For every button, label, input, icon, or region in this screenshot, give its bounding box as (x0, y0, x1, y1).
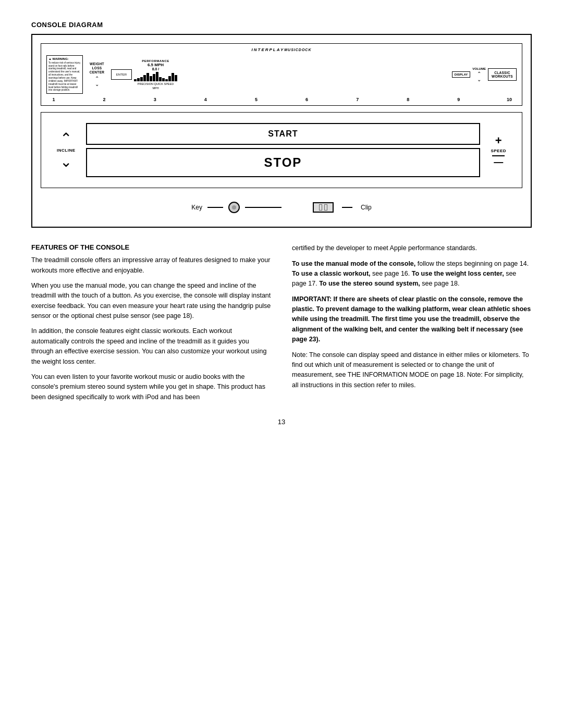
volume-down-arrow[interactable]: ⌄ (477, 77, 481, 82)
number-7: 7 (352, 97, 363, 102)
performance-display: PERFORMANCE 6.5 MPH 8.0 / (134, 59, 177, 90)
connector-line (245, 207, 282, 208)
clip-connector (313, 202, 334, 213)
paragraph-7: IMPORTANT: If there are sheets of clear … (292, 294, 532, 345)
paragraph-6: To use the manual mode of the console, f… (292, 259, 532, 289)
speed-plus-icon[interactable]: + (495, 135, 502, 146)
number-4: 4 (200, 97, 211, 102)
paragraph-8: Note: The console can display speed and … (292, 350, 532, 391)
paragraph-5: certified by the developer to meet Apple… (292, 243, 532, 253)
performance-bars (134, 71, 177, 81)
incline-control[interactable]: ⌃ INCLINE ⌄ (57, 131, 76, 169)
key-label: Key (191, 204, 202, 211)
incline-up-arrow[interactable]: ⌃ (60, 131, 72, 146)
speed-control[interactable]: + SPEED — (491, 135, 506, 166)
weight-loss-down-arrow[interactable]: ⌄ (95, 82, 99, 87)
start-stop-panel: START STOP (86, 123, 481, 177)
paragraph-2: When you use the manual mode, you can ch… (31, 281, 271, 322)
number-3: 3 (150, 97, 160, 102)
paragraph-4: You can even listen to your favorite wor… (31, 372, 271, 402)
speed-minus-icon[interactable]: — (492, 155, 505, 166)
page-number: 13 (31, 418, 532, 426)
key-circle (228, 202, 240, 213)
clip-label: Clip (361, 204, 372, 211)
paragraph-1: The treadmill console offers an impressi… (31, 255, 271, 276)
middle-panel: ⌃ INCLINE ⌄ START STOP + SPEED — (41, 112, 522, 188)
clip-dash (342, 207, 352, 208)
key-dash (207, 207, 223, 208)
display-button[interactable]: DISPLAY (452, 71, 470, 78)
enter-button[interactable]: ENTER (111, 69, 132, 80)
right-column: certified by the developer to meet Apple… (292, 243, 532, 408)
section-title: CONSOLE DIAGRAM (31, 21, 532, 29)
number-8: 8 (403, 97, 413, 102)
features-title: FEATURES OF THE CONSOLE (31, 243, 271, 251)
number-9: 9 (454, 97, 464, 102)
incline-down-arrow[interactable]: ⌄ (60, 155, 72, 169)
number-5: 5 (251, 97, 261, 102)
number-2: 2 (99, 97, 109, 102)
musicdock-label: INTERPLAYMUSICDOCK (46, 47, 517, 52)
start-button[interactable]: START (86, 123, 481, 145)
key-clip-section: Key Clip (41, 196, 522, 218)
top-strip: INTERPLAYMUSICDOCK ▲ WARNING: To reduce … (41, 43, 522, 106)
stop-button[interactable]: STOP (86, 148, 481, 177)
paragraph-3: In addition, the console features eight … (31, 326, 271, 367)
number-1: 1 (48, 97, 59, 102)
volume-control[interactable]: VOLUME ⌃ ⌄ (472, 67, 486, 82)
left-column: FEATURES OF THE CONSOLE The treadmill co… (31, 243, 271, 408)
weight-loss-center[interactable]: WEIGHT LOSS CENTER ⌃ ⌄ (85, 62, 109, 87)
number-6: 6 (302, 97, 312, 102)
console-diagram: INTERPLAYMUSICDOCK ▲ WARNING: To reduce … (31, 34, 532, 228)
number-10: 10 (504, 97, 515, 102)
classic-workouts-button[interactable]: CLASSICWORKOUTS (488, 68, 517, 81)
bottom-text-section: FEATURES OF THE CONSOLE The treadmill co… (31, 243, 532, 408)
weight-loss-up-arrow[interactable]: ⌃ (95, 76, 99, 81)
number-row: 1 2 3 4 5 6 7 8 9 10 (46, 97, 517, 102)
warning-box: ▲ WARNING: To reduce risk of serious inj… (46, 55, 83, 94)
volume-up-arrow[interactable]: ⌃ (477, 71, 481, 77)
